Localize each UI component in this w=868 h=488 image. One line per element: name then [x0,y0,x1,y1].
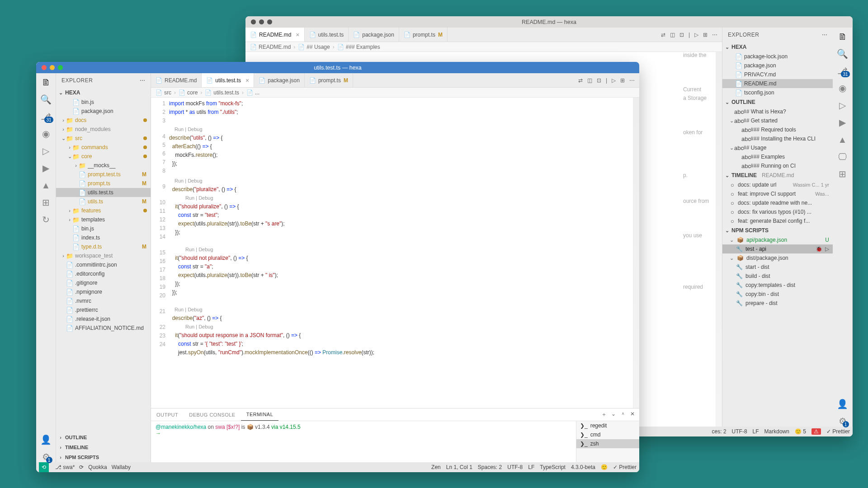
more-icon[interactable]: ⋯ [629,77,635,84]
sb-zen[interactable]: Zen [431,464,441,470]
run-icon[interactable]: ▶ [837,117,848,128]
chevron-icon[interactable]: › [61,253,66,258]
layout-icon[interactable]: ⊞ [620,77,625,84]
debug-icon[interactable]: ▷ [41,145,52,156]
outline-item[interactable]: abc### Installing the Hexa CLI [722,134,833,143]
timeline-item[interactable]: ○docs: update readme with ne... [722,198,833,207]
file-item[interactable]: 📄.commitlintrc.json [56,260,151,269]
split-icon[interactable]: ◫ [670,32,675,38]
run-icon[interactable]: ▷ [612,77,616,84]
chevron-icon[interactable]: ⌄ [729,255,734,261]
terminal[interactable]: @manekinekko/hexa on swa [$x!?] is 📦 v1.… [151,421,639,462]
minimap[interactable] [633,98,639,408]
debug-icon[interactable]: ▷ [837,100,848,111]
close-icon[interactable]: × [296,31,299,38]
traffic-lights[interactable] [36,65,63,70]
breadcrumb-item[interactable]: 📄### Examples [337,44,380,50]
gear-icon[interactable]: ⚙1 [837,416,848,427]
sb-feedback-icon[interactable]: 🙂 [601,464,608,470]
outline-item[interactable]: abc### Running on CI [722,161,833,170]
npm-script[interactable]: 🔧build - dist [722,272,833,281]
outline-item[interactable]: abc## What is Hexa? [722,107,833,116]
chevron-icon[interactable]: ⌄ [67,154,72,160]
file-item[interactable]: 📄package.json [56,107,151,116]
sb-eol[interactable]: LF [753,428,759,435]
github-icon[interactable]: ◉ [41,128,52,139]
sb-quokka[interactable]: Quokka [88,464,107,470]
more-icon[interactable]: ⋯ [712,32,717,38]
azure-icon[interactable]: ▲ [41,180,52,191]
breadcrumb-item[interactable]: 📄src [156,89,171,96]
chevron-icon[interactable]: › [73,163,79,168]
chevron-icon[interactable]: ⌄ [729,118,734,124]
tab-utils-test-ts[interactable]: 📄utils.test.ts× [202,73,254,87]
dropdown-icon[interactable]: ⌄ [611,411,616,418]
terminal-item[interactable]: ❯_regedit [576,421,639,430]
panel-tab-output[interactable]: OUTPUT [151,408,184,421]
codelens[interactable]: Run | Debug [169,323,633,331]
source-control-icon[interactable]: ⎇31 [837,66,848,76]
tab-readme-md[interactable]: 📄README.md× [245,28,305,42]
npm-script[interactable]: 🔧start - dist [722,263,833,272]
gear-icon[interactable]: ⚙1 [41,451,52,462]
file-item[interactable]: 📄.nvmrc [56,296,151,305]
more-icon[interactable]: ⋯ [822,32,828,38]
panel-tab-terminal[interactable]: TERMINAL [241,408,279,421]
outline-item[interactable]: abc### Required tools [722,125,833,134]
plus-icon[interactable]: ＋ [601,411,607,418]
npm-package[interactable]: ⌄📦dist/package.json [722,253,833,263]
folder-item[interactable]: ›📁features [56,206,151,215]
codelens[interactable]: Run | Debug [169,245,633,254]
sb-encoding[interactable]: UTF-8 [507,464,523,470]
file-item[interactable]: 📄.gitignore [56,278,151,287]
timeline-item[interactable]: ○docs: fix various typos (#10) ... [722,207,833,216]
sb-feedback[interactable]: 🙂 5 [795,428,806,435]
file-item[interactable]: 📄type.d.tsM [56,242,151,251]
npm-package[interactable]: ⌄📦api/package.jsonU [722,235,833,244]
sb-spaces[interactable]: Spaces: 2 [478,464,502,470]
section-npm-scripts[interactable]: ›NPM SCRIPTS [56,452,151,462]
timeline-header[interactable]: ⌄TIMELINE README.md [722,170,833,180]
breadcrumbs[interactable]: 📄README.md›📄## Usage›📄### Examples [245,42,722,52]
toggle-icon[interactable]: ⊡ [679,32,684,38]
file-item[interactable]: 📄prompt.test.tsM [56,170,151,179]
run-icon[interactable]: ▷ [694,32,698,38]
sb-prettier[interactable]: ✓ Prettier [826,428,850,435]
split-icon[interactable]: ◫ [587,77,592,84]
tab-package-json[interactable]: 📄package.json [349,28,399,42]
sb-position[interactable]: Ln 1, Col 1 [446,464,472,470]
file-item[interactable]: 📄utils.tsM [56,197,151,206]
close-icon[interactable]: ✕ [630,411,635,418]
close-icon[interactable]: × [245,77,249,84]
breadcrumb-item[interactable]: 📄utils.test.ts [205,89,239,96]
sb-version[interactable]: 4.3.0-beta [571,464,595,470]
extensions-icon[interactable]: ⊞ [41,197,52,208]
outline-item[interactable]: ⌄abc## Get started [722,116,833,125]
search-icon[interactable]: 🔍 [837,48,848,59]
tab-prompt-ts[interactable]: 📄prompt.tsM [399,28,448,42]
explorer-item[interactable]: 📄package.json [722,61,833,70]
explorer-item[interactable]: 📄tsconfig.json [722,88,833,97]
sb-lang[interactable]: TypeScript [540,464,566,470]
file-item[interactable]: 📄bin.js [56,98,151,107]
debug-icon[interactable]: 🐞 [816,246,822,252]
breadcrumb-item[interactable]: 📄core [179,89,198,96]
file-item[interactable]: 📄prompt.tsM [56,179,151,188]
tab-readme-md[interactable]: 📄README.md [151,73,202,87]
terminal-item[interactable]: ❯_zsh [576,439,639,448]
breadcrumbs[interactable]: 📄src›📄core›📄utils.test.ts›📄... [151,88,639,98]
file-item[interactable]: 📄AFFIALIATION_NOTICE.md [56,324,151,333]
files-icon[interactable]: 🗎 [41,77,52,88]
sb-prettier[interactable]: ✓ Prettier [613,464,637,470]
extensions-icon[interactable]: ⊞ [837,169,848,179]
sb-encoding[interactable]: UTF-8 [732,428,747,435]
source-control-icon[interactable]: ⎇31 [41,111,52,122]
file-item[interactable]: 📄.npmignore [56,287,151,296]
folder-item[interactable]: ⌄📁core [56,152,151,161]
breadcrumb-item[interactable]: 📄README.md [250,44,291,50]
section-outline[interactable]: ›OUTLINE [56,432,151,442]
explorer-item[interactable]: 📄README.md [722,79,833,88]
timeline-item[interactable]: ○docs: update urlWassim C... 1 yr [722,180,833,189]
code-editor[interactable]: 123 45678 9 1011121314 151617181920 21 2… [151,98,639,408]
section-timeline[interactable]: ›TIMELINE [56,442,151,452]
